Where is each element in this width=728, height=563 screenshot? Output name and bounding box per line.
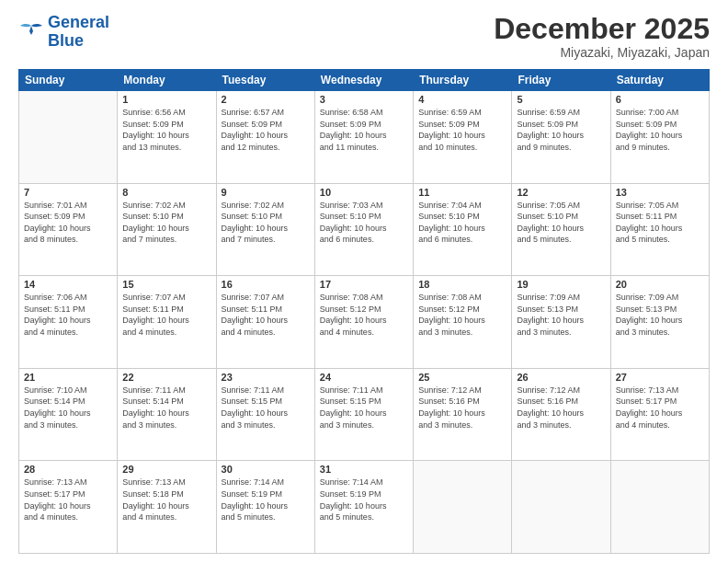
- day-info: Sunrise: 7:00 AM Sunset: 5:09 PM Dayligh…: [616, 107, 704, 153]
- day-number: 18: [418, 279, 506, 290]
- calendar-cell: 19Sunrise: 7:09 AM Sunset: 5:13 PM Dayli…: [512, 276, 610, 369]
- day-info: Sunrise: 7:14 AM Sunset: 5:19 PM Dayligh…: [320, 477, 408, 523]
- day-info: Sunrise: 7:09 AM Sunset: 5:13 PM Dayligh…: [616, 292, 704, 338]
- day-number: 25: [418, 372, 506, 383]
- month-title: December 2025: [494, 14, 710, 43]
- calendar-cell: 7Sunrise: 7:01 AM Sunset: 5:09 PM Daylig…: [19, 183, 118, 276]
- calendar-body: 1Sunrise: 6:56 AM Sunset: 5:09 PM Daylig…: [19, 91, 710, 554]
- weekday-header: Saturday: [610, 70, 709, 91]
- day-info: Sunrise: 7:08 AM Sunset: 5:12 PM Dayligh…: [418, 292, 506, 338]
- day-number: 12: [517, 187, 605, 198]
- day-info: Sunrise: 7:10 AM Sunset: 5:14 PM Dayligh…: [24, 385, 112, 431]
- day-info: Sunrise: 7:05 AM Sunset: 5:10 PM Dayligh…: [517, 200, 605, 246]
- day-info: Sunrise: 7:12 AM Sunset: 5:16 PM Dayligh…: [418, 385, 506, 431]
- day-info: Sunrise: 7:05 AM Sunset: 5:11 PM Dayligh…: [616, 200, 704, 246]
- calendar-cell: [19, 91, 118, 184]
- calendar-cell: 3Sunrise: 6:58 AM Sunset: 5:09 PM Daylig…: [314, 91, 413, 184]
- logo: General Blue: [18, 14, 109, 51]
- week-row: 21Sunrise: 7:10 AM Sunset: 5:14 PM Dayli…: [19, 368, 710, 461]
- day-number: 21: [24, 372, 112, 383]
- location: Miyazaki, Miyazaki, Japan: [494, 45, 710, 60]
- weekday-header: Thursday: [414, 70, 512, 91]
- day-number: 5: [517, 94, 605, 105]
- day-number: 27: [616, 372, 704, 383]
- day-number: 22: [122, 372, 210, 383]
- week-row: 7Sunrise: 7:01 AM Sunset: 5:09 PM Daylig…: [19, 183, 710, 276]
- calendar-cell: 22Sunrise: 7:11 AM Sunset: 5:14 PM Dayli…: [118, 368, 216, 461]
- day-number: 15: [122, 279, 210, 290]
- calendar-cell: 31Sunrise: 7:14 AM Sunset: 5:19 PM Dayli…: [314, 461, 413, 554]
- calendar-cell: 18Sunrise: 7:08 AM Sunset: 5:12 PM Dayli…: [414, 276, 512, 369]
- calendar-cell: 24Sunrise: 7:11 AM Sunset: 5:15 PM Dayli…: [314, 368, 413, 461]
- calendar-cell: 14Sunrise: 7:06 AM Sunset: 5:11 PM Dayli…: [19, 276, 118, 369]
- calendar-header-row: SundayMondayTuesdayWednesdayThursdayFrid…: [19, 70, 710, 91]
- calendar-cell: [512, 461, 610, 554]
- calendar-cell: 5Sunrise: 6:59 AM Sunset: 5:09 PM Daylig…: [512, 91, 610, 184]
- day-info: Sunrise: 7:01 AM Sunset: 5:09 PM Dayligh…: [24, 200, 112, 246]
- day-info: Sunrise: 7:13 AM Sunset: 5:18 PM Dayligh…: [122, 477, 210, 523]
- day-info: Sunrise: 6:57 AM Sunset: 5:09 PM Dayligh…: [222, 107, 310, 153]
- calendar-cell: 23Sunrise: 7:11 AM Sunset: 5:15 PM Dayli…: [216, 368, 314, 461]
- calendar-cell: 21Sunrise: 7:10 AM Sunset: 5:14 PM Dayli…: [19, 368, 118, 461]
- day-number: 4: [418, 94, 506, 105]
- calendar-cell: 11Sunrise: 7:04 AM Sunset: 5:10 PM Dayli…: [414, 183, 512, 276]
- day-number: 8: [122, 187, 210, 198]
- day-number: 31: [320, 464, 408, 475]
- day-number: 28: [24, 464, 112, 475]
- day-info: Sunrise: 7:11 AM Sunset: 5:15 PM Dayligh…: [222, 385, 310, 431]
- calendar-cell: 28Sunrise: 7:13 AM Sunset: 5:17 PM Dayli…: [19, 461, 118, 554]
- day-info: Sunrise: 7:14 AM Sunset: 5:19 PM Dayligh…: [222, 477, 310, 523]
- day-number: 19: [517, 279, 605, 290]
- calendar-cell: 8Sunrise: 7:02 AM Sunset: 5:10 PM Daylig…: [118, 183, 216, 276]
- calendar-cell: 26Sunrise: 7:12 AM Sunset: 5:16 PM Dayli…: [512, 368, 610, 461]
- calendar-cell: 15Sunrise: 7:07 AM Sunset: 5:11 PM Dayli…: [118, 276, 216, 369]
- day-number: 2: [222, 94, 310, 105]
- day-info: Sunrise: 7:04 AM Sunset: 5:10 PM Dayligh…: [418, 200, 506, 246]
- day-number: 20: [616, 279, 704, 290]
- logo-line1: General: [48, 13, 109, 31]
- calendar-table: SundayMondayTuesdayWednesdayThursdayFrid…: [18, 69, 710, 554]
- day-info: Sunrise: 7:08 AM Sunset: 5:12 PM Dayligh…: [320, 292, 408, 338]
- day-number: 23: [222, 372, 310, 383]
- calendar-cell: 20Sunrise: 7:09 AM Sunset: 5:13 PM Dayli…: [610, 276, 709, 369]
- day-info: Sunrise: 7:03 AM Sunset: 5:10 PM Dayligh…: [320, 200, 408, 246]
- day-number: 26: [517, 372, 605, 383]
- day-number: 17: [320, 279, 408, 290]
- day-info: Sunrise: 7:02 AM Sunset: 5:10 PM Dayligh…: [122, 200, 210, 246]
- day-number: 9: [222, 187, 310, 198]
- day-info: Sunrise: 6:56 AM Sunset: 5:09 PM Dayligh…: [122, 107, 210, 153]
- day-number: 7: [24, 187, 112, 198]
- weekday-header: Tuesday: [216, 70, 314, 91]
- calendar-cell: 25Sunrise: 7:12 AM Sunset: 5:16 PM Dayli…: [414, 368, 512, 461]
- day-number: 6: [616, 94, 704, 105]
- calendar-cell: 16Sunrise: 7:07 AM Sunset: 5:11 PM Dayli…: [216, 276, 314, 369]
- calendar-cell: 17Sunrise: 7:08 AM Sunset: 5:12 PM Dayli…: [314, 276, 413, 369]
- calendar-cell: 1Sunrise: 6:56 AM Sunset: 5:09 PM Daylig…: [118, 91, 216, 184]
- day-number: 14: [24, 279, 112, 290]
- day-number: 3: [320, 94, 408, 105]
- calendar-cell: 2Sunrise: 6:57 AM Sunset: 5:09 PM Daylig…: [216, 91, 314, 184]
- week-row: 28Sunrise: 7:13 AM Sunset: 5:17 PM Dayli…: [19, 461, 710, 554]
- calendar-cell: 10Sunrise: 7:03 AM Sunset: 5:10 PM Dayli…: [314, 183, 413, 276]
- day-number: 1: [122, 94, 210, 105]
- weekday-header: Sunday: [19, 70, 118, 91]
- day-number: 13: [616, 187, 704, 198]
- header: General Blue December 2025 Miyazaki, Miy…: [18, 14, 710, 60]
- day-info: Sunrise: 7:02 AM Sunset: 5:10 PM Dayligh…: [222, 200, 310, 246]
- day-info: Sunrise: 7:13 AM Sunset: 5:17 PM Dayligh…: [616, 385, 704, 431]
- day-info: Sunrise: 6:58 AM Sunset: 5:09 PM Dayligh…: [320, 107, 408, 153]
- day-info: Sunrise: 7:09 AM Sunset: 5:13 PM Dayligh…: [517, 292, 605, 338]
- calendar-cell: 30Sunrise: 7:14 AM Sunset: 5:19 PM Dayli…: [216, 461, 314, 554]
- weekday-header: Monday: [118, 70, 216, 91]
- week-row: 14Sunrise: 7:06 AM Sunset: 5:11 PM Dayli…: [19, 276, 710, 369]
- day-info: Sunrise: 7:06 AM Sunset: 5:11 PM Dayligh…: [24, 292, 112, 338]
- weekday-header: Wednesday: [314, 70, 413, 91]
- calendar-page: General Blue December 2025 Miyazaki, Miy…: [0, 0, 728, 563]
- day-number: 29: [122, 464, 210, 475]
- weekday-header: Friday: [512, 70, 610, 91]
- day-info: Sunrise: 6:59 AM Sunset: 5:09 PM Dayligh…: [418, 107, 506, 153]
- day-info: Sunrise: 7:07 AM Sunset: 5:11 PM Dayligh…: [122, 292, 210, 338]
- logo-text: General Blue: [48, 14, 109, 51]
- calendar-cell: 29Sunrise: 7:13 AM Sunset: 5:18 PM Dayli…: [118, 461, 216, 554]
- day-number: 30: [222, 464, 310, 475]
